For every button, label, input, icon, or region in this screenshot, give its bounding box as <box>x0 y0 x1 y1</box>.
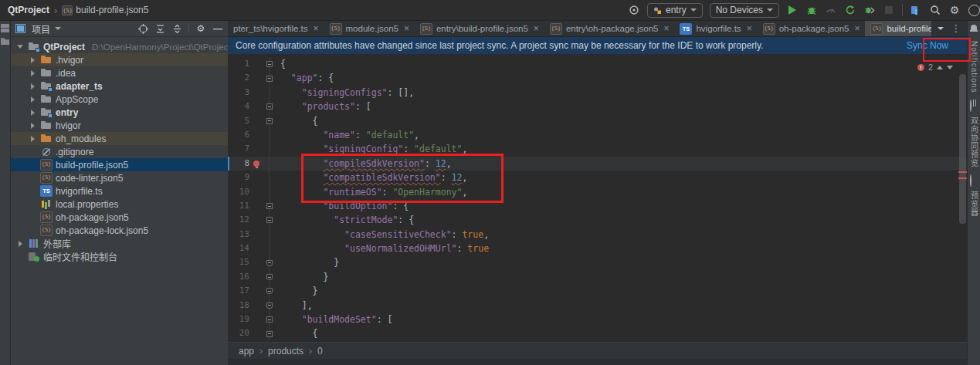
editor-tab[interactable]: TShvigorfile.ts× <box>674 21 757 36</box>
chevron-down-icon[interactable] <box>55 27 61 30</box>
chevron-closed-icon[interactable] <box>28 96 37 103</box>
editor-scrollbar[interactable] <box>959 74 966 224</box>
device-target-icon[interactable] <box>628 4 640 16</box>
tree-item-code-linter.json5[interactable]: {5}code-linter.json5 <box>11 171 228 184</box>
error-stripe-mark[interactable] <box>958 177 967 179</box>
tree-item-hvigorfile.ts[interactable]: TShvigorfile.ts <box>11 184 228 198</box>
project-panel-title[interactable]: 项目 <box>32 22 50 35</box>
breadcrumb-item[interactable]: 0 <box>317 346 323 357</box>
tree-item-AppScope[interactable]: AppScope <box>11 93 228 106</box>
chevron-closed-icon[interactable] <box>28 83 37 90</box>
close-tab-icon[interactable]: × <box>404 23 409 34</box>
next-error-icon[interactable] <box>947 66 953 69</box>
debug-button[interactable] <box>805 4 818 16</box>
more-options-kebab-icon[interactable]: ⋮ <box>951 23 961 34</box>
code-line-13[interactable]: 13 "caseSensitiveCheck": true, <box>228 228 967 242</box>
tree-item-entry[interactable]: entry <box>11 106 228 119</box>
chevron-open-icon[interactable] <box>15 45 25 49</box>
fold-open-icon[interactable] <box>263 313 276 326</box>
breadcrumb-item[interactable]: app <box>239 346 254 357</box>
globe-icon[interactable] <box>970 100 978 109</box>
fold-close-icon[interactable] <box>263 284 276 298</box>
code-line-2[interactable]: 2 "app": { <box>228 71 967 85</box>
tree-item-.idea[interactable]: .idea <box>11 66 228 79</box>
tree-item-oh-package-lock.json5[interactable]: {5}oh-package-lock.json5 <box>11 224 228 237</box>
code-line-7[interactable]: 7 "signingConfig": "default", <box>228 142 967 156</box>
tree-item-.gitignore[interactable]: .gitignore <box>11 145 228 158</box>
chevron-closed-icon[interactable] <box>28 136 37 142</box>
bell-icon[interactable] <box>970 25 978 33</box>
close-tab-icon[interactable]: × <box>854 23 860 34</box>
chevron-closed-icon[interactable] <box>28 123 37 129</box>
editor-tab[interactable]: {5}entry\oh-package.json5× <box>544 21 675 36</box>
fold-close-icon[interactable] <box>263 270 276 284</box>
breadcrumb-item[interactable]: products <box>268 346 303 357</box>
code-line-20[interactable]: 20 { <box>228 326 967 340</box>
code-line-3[interactable]: 3 "signingConfigs": [], <box>228 86 967 100</box>
fold-open-icon[interactable] <box>263 213 276 227</box>
tree-item-oh_modules[interactable]: oh_modules <box>11 132 228 145</box>
project-stripe-icon[interactable] <box>1 24 9 32</box>
tree-item-adapter_ts[interactable]: adapter_ts <box>11 79 228 93</box>
stop-button[interactable] <box>883 4 895 16</box>
tool-window-tab-globe[interactable]: 双向协同预览 <box>968 117 980 167</box>
close-tab-icon[interactable]: × <box>314 23 319 34</box>
editor-tab[interactable]: {5}module.json5× <box>324 21 415 36</box>
settings-gear-icon[interactable]: ⚙ <box>948 4 961 16</box>
eye-icon[interactable] <box>970 175 978 184</box>
fold-close-icon[interactable] <box>263 299 276 313</box>
run-config-select[interactable]: entry <box>647 3 703 18</box>
tree-item-local.properties[interactable]: local.properties <box>11 198 228 211</box>
code-line-17[interactable]: 17 } <box>228 284 967 298</box>
title-file-name[interactable]: build-profile.json5 <box>76 5 148 15</box>
tree-item-build-profile.json5[interactable]: {5}build-profile.json5 <box>11 158 228 171</box>
run-button[interactable] <box>786 4 799 16</box>
tree-item-oh-package.json5[interactable]: {5}oh-package.json5 <box>11 211 228 224</box>
search-everywhere-icon[interactable] <box>929 4 941 16</box>
fold-open-icon[interactable] <box>263 57 276 71</box>
attach-debugger-button[interactable] <box>863 4 876 16</box>
error-bulb-icon[interactable] <box>249 157 263 171</box>
close-tab-icon[interactable]: × <box>534 23 539 34</box>
panel-settings-gear-icon[interactable]: ⚙ <box>195 23 206 34</box>
prev-error-icon[interactable] <box>937 66 943 69</box>
tree-item-hvigor[interactable]: hvigor <box>11 119 228 132</box>
fold-open-icon[interactable] <box>263 71 276 85</box>
tree-item-[interactable]: 临时文件和控制台 <box>11 250 228 263</box>
code-line-5[interactable]: 5 { <box>228 114 967 128</box>
tool-window-tab-bell[interactable]: Notifications <box>970 41 978 93</box>
editor-tab[interactable]: {5}entry\build-profile.json5× <box>415 21 544 36</box>
collapse-all-icon[interactable] <box>171 23 182 34</box>
tree-item-.hvigor[interactable]: .hvigor <box>11 53 228 66</box>
inspection-widget[interactable]: ! 2 <box>917 63 953 72</box>
device-select[interactable]: No Devices <box>710 3 779 18</box>
tree-item-[interactable]: 外部库 <box>11 237 228 250</box>
chevron-closed-icon[interactable] <box>15 241 25 247</box>
fold-open-icon[interactable] <box>263 326 276 340</box>
code-line-19[interactable]: 19 "buildModeSet": [ <box>228 313 967 326</box>
code-line-18[interactable]: 18 ], <box>228 299 967 313</box>
code-line-11[interactable]: 11 "buildOption": { <box>228 199 967 213</box>
tree-item-QtProject[interactable]: QtProjectD:\OpenHarmony\Project\QtProjec… <box>11 40 228 53</box>
editor-tab[interactable]: pter_ts\hvigorfile.ts× <box>228 21 324 36</box>
error-stripe-mark[interactable] <box>958 171 967 173</box>
code-line-15[interactable]: 15 } <box>228 255 967 269</box>
fold-open-icon[interactable] <box>263 199 276 213</box>
chevron-closed-icon[interactable] <box>28 110 37 116</box>
code-line-16[interactable]: 16 } <box>228 270 967 284</box>
code-line-14[interactable]: 14 "useNormalizedOHMUrl": true <box>228 242 967 255</box>
close-tab-icon[interactable]: × <box>747 23 752 34</box>
fold-open-icon[interactable] <box>263 100 276 113</box>
code-line-4[interactable]: 4 "products": [ <box>228 100 967 113</box>
code-line-9[interactable]: 9 "compatibleSdkVersion": 12, <box>228 171 967 184</box>
profiler-button[interactable] <box>825 4 837 16</box>
code-editor[interactable]: 1{2 "app": {3 "signingConfigs": [],4 "pr… <box>228 54 967 342</box>
avatar[interactable] <box>968 4 980 16</box>
editor-tab[interactable]: {5}build-profile.json5× <box>865 21 931 36</box>
sync-now-button[interactable]: Sync Now <box>907 40 959 51</box>
project-structure-icon[interactable] <box>910 4 922 16</box>
chevron-closed-icon[interactable] <box>28 70 37 76</box>
close-tab-icon[interactable]: × <box>663 23 669 34</box>
code-line-10[interactable]: 10 "runtimeOS": "OpenHarmony", <box>228 185 967 199</box>
fold-close-icon[interactable] <box>263 255 276 269</box>
